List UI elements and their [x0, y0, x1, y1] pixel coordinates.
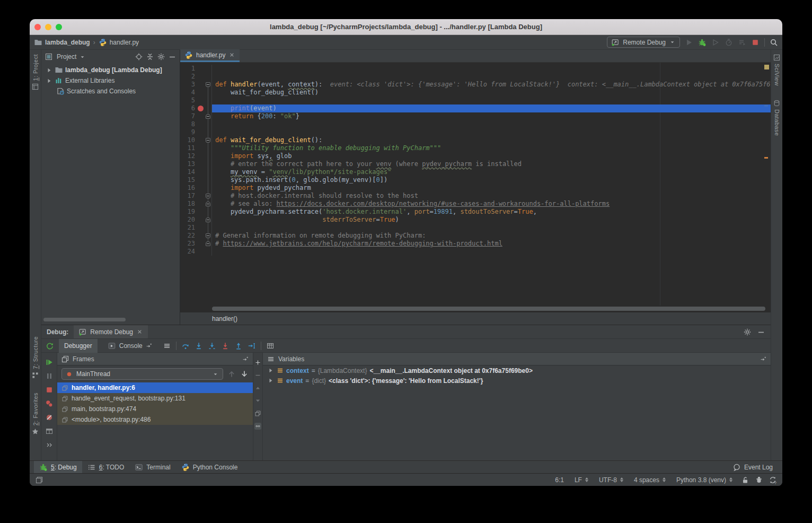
code-line-4[interactable]: 4 wait_for_debug_client(): [180, 89, 771, 97]
code-line-3[interactable]: 3def handler(event, context): event: <cl…: [180, 81, 771, 89]
stop-debug-button[interactable]: [45, 386, 54, 394]
chev-down-icon[interactable]: [79, 54, 86, 60]
step-into-button[interactable]: [195, 342, 203, 350]
breadcrumb-item[interactable]: handler.py: [99, 38, 139, 47]
layout-grid-icon[interactable]: [266, 342, 275, 350]
mute-breakpoints-button[interactable]: [45, 413, 54, 422]
fold-open-icon[interactable]: [206, 138, 210, 143]
run-to-cursor-button[interactable]: [248, 342, 256, 350]
variable-row-event[interactable]: event={dict}<class 'dict'>: {'message': …: [263, 376, 771, 386]
code-line-20[interactable]: 20 stderrToServer=True): [180, 216, 771, 224]
expander-icon[interactable]: [46, 77, 52, 84]
status-item-lf[interactable]: LF: [575, 476, 588, 484]
view-breakpoints-button[interactable]: [45, 399, 54, 408]
code-line-22[interactable]: 22# General information on remote debugg…: [180, 232, 771, 240]
copy-frame-button[interactable]: [254, 410, 261, 417]
gutter[interactable]: [196, 106, 205, 111]
tab-close-icon[interactable]: [228, 51, 235, 58]
hector-button[interactable]: [755, 476, 763, 484]
debug-button[interactable]: [698, 38, 707, 47]
stack-frame-row[interactable]: <module>, bootstrap.py:486: [57, 414, 253, 425]
stop-button[interactable]: [751, 38, 760, 47]
project-hscrollbar[interactable]: [43, 318, 126, 321]
status-item-python-3-8-venv-[interactable]: Python 3.8 (venv): [676, 476, 732, 484]
tool-strip-button-sciview[interactable]: SciView: [773, 54, 780, 86]
code-line-19[interactable]: 19 pydevd_pycharm.settrace('host.docker.…: [180, 208, 771, 216]
tool-window-button-python-console[interactable]: Python Console: [176, 461, 243, 474]
down-nav-icon[interactable]: [240, 370, 249, 378]
sync-button[interactable]: ?: [769, 476, 777, 484]
fold-close-icon[interactable]: [206, 217, 210, 222]
profile-button[interactable]: [725, 38, 733, 47]
fold-close-icon[interactable]: [206, 114, 210, 119]
step-out-button[interactable]: [234, 342, 243, 350]
toolwindow-toggle-icon[interactable]: [35, 476, 43, 484]
code-line-6[interactable]: 6 print(event): [180, 104, 771, 112]
code-line-24[interactable]: 24: [180, 248, 771, 256]
stack-frame-row[interactable]: handle_event_request, bootstrap.py:131: [57, 393, 253, 404]
code-line-8[interactable]: 8: [180, 120, 771, 128]
code-line-7[interactable]: 7 return {200: "ok"}: [180, 112, 771, 120]
tool-window-button-terminal[interactable]: Terminal: [129, 461, 175, 474]
code-line-14[interactable]: 14 my_venv = "venv/lib/python*/site-pack…: [180, 168, 771, 176]
stack-frame-row[interactable]: main, bootstrap.py:474: [57, 404, 253, 414]
code-line-10[interactable]: 10def wait_for_debug_client():: [180, 136, 771, 144]
debug-session-tab[interactable]: Remote Debug: [74, 325, 148, 338]
rerun-button[interactable]: [738, 38, 746, 47]
tree-item-external[interactable]: External Libraries: [41, 75, 180, 86]
tool-strip-button-7-structure[interactable]: 7: Structure: [32, 336, 39, 379]
gear-button[interactable]: [157, 53, 165, 61]
collapse-all-button[interactable]: [146, 53, 154, 61]
debug-tab-close-icon[interactable]: [136, 328, 143, 335]
lock-open-button[interactable]: [741, 476, 749, 484]
code-area[interactable]: 123def handler(event, context): event: <…: [180, 63, 771, 306]
run-button[interactable]: [685, 38, 693, 47]
code-line-18[interactable]: 18 # see also: https://docs.docker.com/d…: [180, 200, 771, 208]
code-line-23[interactable]: 23# https://www.jetbrains.com/help/pycha…: [180, 240, 771, 248]
tool-strip-button-1-project[interactable]: 1: Project: [32, 54, 39, 90]
code-line-12[interactable]: 12 import sys, glob: [180, 152, 771, 160]
status-item-4-spaces[interactable]: 4 spaces: [634, 476, 666, 484]
tree-item-scratches[interactable]: Scratches and Consoles: [41, 86, 180, 97]
locate-button[interactable]: [135, 53, 143, 61]
expander-icon[interactable]: [46, 67, 52, 74]
code-line-17[interactable]: 17 # host.docker.internal should resolve…: [180, 192, 771, 200]
tool-window-button-6-todo[interactable]: 6: TODO: [82, 461, 130, 474]
fold-close-icon[interactable]: [206, 241, 210, 246]
up-nav-icon[interactable]: [227, 370, 236, 378]
code-line-21[interactable]: 21: [180, 224, 771, 232]
focus-icon[interactable]: [242, 355, 249, 362]
code-line-5[interactable]: 5: [180, 97, 771, 104]
more-button[interactable]: [45, 441, 54, 449]
fold-open-icon[interactable]: [206, 194, 210, 198]
code-line-1[interactable]: 1: [180, 65, 771, 73]
status-item-utf-8[interactable]: UTF-8: [599, 476, 623, 484]
stack-frame-row[interactable]: handler, handler.py:6: [57, 382, 253, 393]
rerun-debug-icon[interactable]: [46, 342, 54, 350]
breakpoint-icon[interactable]: [198, 106, 204, 111]
fold-open-icon[interactable]: [206, 82, 210, 87]
editor-breadcrumb[interactable]: handler(): [180, 312, 771, 325]
step-over-button[interactable]: [181, 342, 190, 350]
variable-row-context[interactable]: context={LambdaContext}<__main__.LambdaC…: [263, 365, 771, 376]
tool-strip-button-database[interactable]: Database: [773, 100, 780, 136]
move-down-button[interactable]: [254, 397, 261, 404]
restore-layout-button[interactable]: [45, 427, 54, 435]
status-item-6-1[interactable]: 6:1: [555, 476, 564, 484]
gear-button[interactable]: [743, 328, 752, 336]
editor-vscrollbar[interactable]: [763, 63, 771, 306]
thread-select[interactable]: MainThread: [61, 368, 223, 380]
expander-icon[interactable]: [267, 377, 274, 384]
editor-hscrollbar[interactable]: [180, 306, 771, 312]
search-everywhere-button[interactable]: [770, 38, 778, 47]
editor-tab-handler[interactable]: handler.py: [180, 49, 240, 62]
resume-button[interactable]: [45, 358, 54, 367]
pause-button[interactable]: [45, 372, 54, 380]
infinity-button[interactable]: [254, 423, 261, 430]
fold-open-icon[interactable]: [206, 233, 210, 238]
code-line-15[interactable]: 15 sys.path.insert(0, glob.glob(my_venv)…: [180, 176, 771, 184]
tool-strip-button-2-favorites[interactable]: 2: Favorites: [32, 393, 39, 435]
code-line-11[interactable]: 11 """Utility function to enable debuggi…: [180, 144, 771, 152]
code-line-9[interactable]: 9: [180, 128, 771, 136]
tool-window-button-5-debug[interactable]: 5: Debug: [34, 461, 82, 474]
